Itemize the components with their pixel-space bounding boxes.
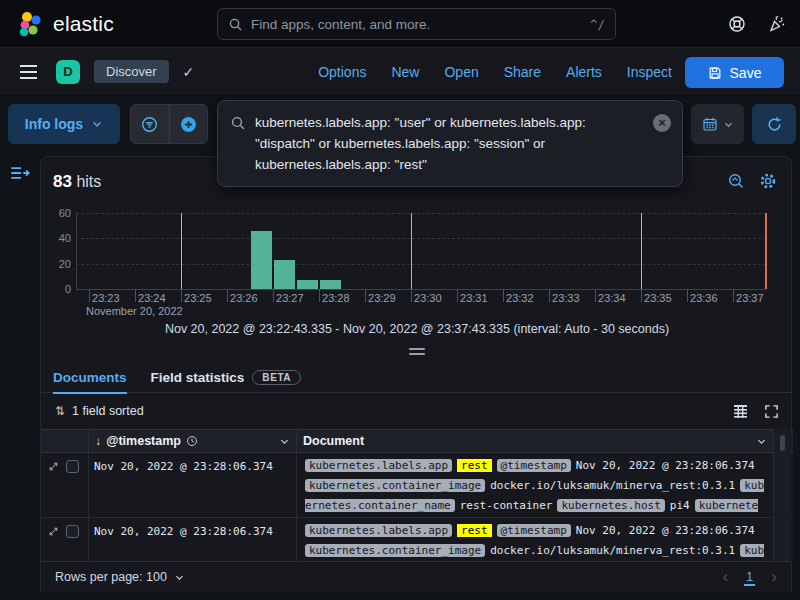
y-gridline bbox=[76, 213, 766, 214]
saved-query-label: Info logs bbox=[25, 116, 83, 132]
x-axis-tick-label: 23:29 bbox=[368, 292, 396, 304]
x-axis-tick-label: 23:27 bbox=[276, 292, 304, 304]
sort-fields-button[interactable]: ⇅ 1 field sorted bbox=[55, 404, 144, 418]
grid-footer: Rows per page: 100 ‹ 1 › bbox=[41, 561, 791, 592]
histogram-bar[interactable] bbox=[274, 260, 295, 289]
fullscreen-icon[interactable] bbox=[764, 404, 779, 419]
histogram-bar[interactable] bbox=[251, 231, 272, 289]
field-value: docker.io/luksamuk/minerva_rest:0.3.1 bbox=[490, 544, 735, 557]
saved-query-selector[interactable]: Info logs bbox=[8, 104, 120, 144]
clock-icon bbox=[186, 435, 198, 447]
timestamp-column-label: @timestamp bbox=[106, 434, 181, 448]
elastic-logo[interactable]: elastic bbox=[16, 10, 114, 38]
grid-header-timestamp[interactable]: ↓ @timestamp bbox=[89, 430, 297, 452]
x-axis-tick bbox=[733, 289, 734, 302]
x-axis-tick bbox=[181, 289, 182, 302]
help-icon[interactable] bbox=[728, 15, 746, 33]
tab-documents[interactable]: Documents bbox=[53, 363, 127, 393]
discover-main-panel: 83 hits November 20, 2022 020406023:2323… bbox=[40, 156, 792, 592]
x-axis-tick-label: 23:26 bbox=[230, 292, 258, 304]
space-avatar[interactable]: D bbox=[56, 60, 80, 84]
saved-query-menu-icon[interactable] bbox=[131, 105, 169, 143]
select-row-checkbox[interactable] bbox=[66, 460, 79, 473]
global-search-input[interactable]: Find apps, content, and more. ^/ bbox=[217, 8, 616, 40]
clear-query-icon[interactable]: × bbox=[653, 114, 671, 132]
highlight-match: rest bbox=[457, 524, 492, 537]
expand-sidebar-icon[interactable] bbox=[9, 163, 31, 183]
x-axis-tick bbox=[687, 289, 688, 302]
save-button-label: Save bbox=[730, 65, 762, 81]
time-cursor-marker bbox=[181, 213, 182, 289]
y-gridline bbox=[76, 264, 766, 265]
save-button[interactable]: Save bbox=[685, 57, 784, 88]
saved-check-icon: ✓ bbox=[183, 64, 195, 80]
previous-page-icon[interactable]: ‹ bbox=[722, 567, 728, 587]
nav-inspect-link[interactable]: Inspect bbox=[627, 64, 672, 80]
save-floppy-icon bbox=[708, 66, 722, 80]
x-axis-line bbox=[76, 289, 766, 290]
x-axis-tick bbox=[135, 289, 136, 302]
x-axis-tick bbox=[503, 289, 504, 302]
page-number[interactable]: 1 bbox=[744, 569, 755, 586]
global-header: elastic Find apps, content, and more. ^/ bbox=[0, 0, 800, 48]
timestamp-cell[interactable]: Nov 20, 2022 @ 23:28:06.374 bbox=[89, 453, 297, 517]
tab-field-statistics[interactable]: Field statistics BETA bbox=[151, 363, 302, 393]
timestamp-cell[interactable]: Nov 20, 2022 @ 23:28:06.374 bbox=[89, 518, 297, 561]
expand-document-icon[interactable] bbox=[47, 525, 60, 538]
nav-new-link[interactable]: New bbox=[391, 64, 419, 80]
nav-open-link[interactable]: Open bbox=[444, 64, 478, 80]
grid-header: ↓ @timestamp Document bbox=[41, 429, 793, 453]
display-options-grid-icon[interactable] bbox=[733, 404, 748, 419]
x-axis-tick bbox=[411, 289, 412, 302]
field-name-badge: kubernetes.container_image bbox=[305, 544, 485, 557]
x-axis-tick bbox=[89, 289, 90, 302]
x-axis-tick bbox=[549, 289, 550, 302]
search-icon bbox=[230, 115, 246, 131]
select-row-checkbox[interactable] bbox=[66, 525, 79, 538]
x-axis-tick-label: 23:35 bbox=[644, 292, 672, 304]
histogram-bar[interactable] bbox=[297, 280, 318, 289]
elastic-logo-icon bbox=[16, 10, 44, 38]
document-cell[interactable]: kubernetes.labels.apprest@timestampNov 2… bbox=[297, 518, 774, 561]
nav-alerts-link[interactable]: Alerts bbox=[566, 64, 602, 80]
global-search-placeholder: Find apps, content, and more. bbox=[251, 17, 590, 32]
news-party-popper-icon[interactable] bbox=[768, 15, 786, 33]
chevron-down-icon bbox=[174, 572, 185, 583]
nav-share-link[interactable]: Share bbox=[504, 64, 541, 80]
chevron-down-icon bbox=[723, 119, 734, 130]
nav-options-link[interactable]: Options bbox=[318, 64, 366, 80]
x-axis-tick-label: 23:33 bbox=[552, 292, 580, 304]
chart-resize-handle[interactable] bbox=[409, 348, 425, 358]
query-input[interactable]: kubernetes.labels.app: "user" or kuberne… bbox=[217, 100, 683, 187]
breadcrumb[interactable]: Discover bbox=[94, 60, 169, 83]
rows-per-page-selector[interactable]: Rows per page: 100 bbox=[55, 570, 185, 584]
tab-documents-label: Documents bbox=[53, 370, 127, 385]
date-picker-button[interactable] bbox=[691, 104, 744, 144]
expand-document-icon[interactable] bbox=[47, 460, 60, 473]
brand-name: elastic bbox=[53, 12, 114, 36]
x-axis-tick-label: 23:31 bbox=[460, 292, 488, 304]
field-name-badge: @timestamp bbox=[497, 524, 571, 537]
field-value: docker.io/luksamuk/minerva_rest:0.3.1 bbox=[490, 479, 735, 492]
time-range-end-marker bbox=[765, 213, 767, 289]
field-name-badge: kubernetes.container_image bbox=[305, 479, 485, 492]
y-axis-tick-label: 60 bbox=[45, 207, 71, 219]
menu-hamburger-icon[interactable] bbox=[16, 60, 40, 84]
sort-vertical-icon: ⇅ bbox=[55, 404, 65, 418]
add-filter-icon[interactable] bbox=[169, 105, 208, 143]
field-value: rest-container bbox=[460, 499, 553, 512]
histogram-bar[interactable] bbox=[320, 280, 341, 289]
column-menu-chevron-icon[interactable] bbox=[756, 436, 767, 447]
y-axis-line bbox=[76, 213, 77, 289]
field-name-badge: kubernetes.host bbox=[557, 499, 664, 512]
grid-toolbar: ⇅ 1 field sorted bbox=[41, 393, 793, 429]
grid-scrollbar-thumb[interactable] bbox=[780, 435, 785, 451]
chevron-down-icon bbox=[91, 118, 103, 130]
x-axis-tick-label: 23:24 bbox=[138, 292, 166, 304]
next-page-icon[interactable]: › bbox=[771, 567, 777, 587]
document-cell[interactable]: kubernetes.labels.apprest@timestampNov 2… bbox=[297, 453, 774, 517]
refresh-button[interactable] bbox=[752, 104, 796, 144]
grid-header-document[interactable]: Document bbox=[297, 430, 774, 452]
field-value: Nov 20, 2022 @ 23:28:06.374 bbox=[576, 524, 755, 537]
column-menu-chevron-icon[interactable] bbox=[279, 436, 290, 447]
